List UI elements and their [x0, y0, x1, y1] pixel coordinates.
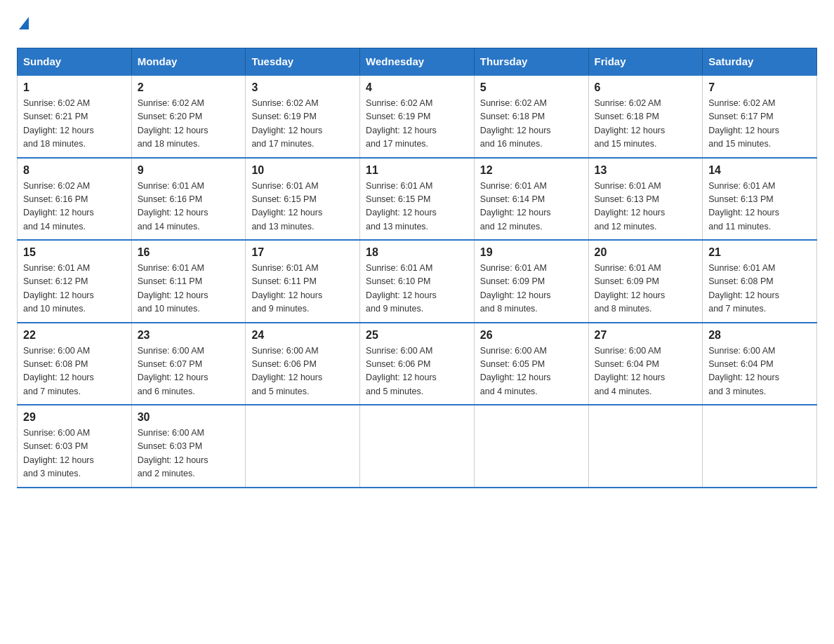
column-header-saturday: Saturday: [703, 48, 817, 76]
day-number: 16: [138, 246, 240, 259]
day-info: Sunrise: 6:01 AMSunset: 6:14 PMDaylight:…: [480, 180, 583, 234]
day-number: 1: [23, 81, 126, 94]
day-number: 20: [595, 246, 697, 259]
calendar-cell: [474, 405, 588, 488]
calendar-cell: 17Sunrise: 6:01 AMSunset: 6:11 PMDayligh…: [246, 240, 360, 323]
calendar-cell: 22Sunrise: 6:00 AMSunset: 6:08 PMDayligh…: [18, 323, 132, 405]
day-info: Sunrise: 6:00 AMSunset: 6:03 PMDaylight:…: [23, 427, 126, 481]
calendar-cell: 18Sunrise: 6:01 AMSunset: 6:10 PMDayligh…: [360, 240, 475, 323]
column-header-friday: Friday: [588, 48, 703, 76]
day-number: 25: [366, 329, 468, 342]
day-number: 9: [138, 164, 240, 177]
calendar-cell: 14Sunrise: 6:01 AMSunset: 6:13 PMDayligh…: [703, 158, 817, 241]
calendar-cell: 15Sunrise: 6:01 AMSunset: 6:12 PMDayligh…: [18, 240, 132, 323]
day-number: 21: [708, 246, 811, 259]
day-info: Sunrise: 6:01 AMSunset: 6:12 PMDaylight:…: [23, 262, 126, 316]
day-number: 23: [138, 329, 240, 342]
calendar-week-row: 29Sunrise: 6:00 AMSunset: 6:03 PMDayligh…: [18, 405, 817, 488]
calendar-cell: 21Sunrise: 6:01 AMSunset: 6:08 PMDayligh…: [703, 240, 817, 323]
day-number: 19: [480, 246, 583, 259]
day-info: Sunrise: 6:01 AMSunset: 6:10 PMDaylight:…: [366, 262, 468, 316]
calendar-cell: 9Sunrise: 6:01 AMSunset: 6:16 PMDaylight…: [131, 158, 246, 241]
column-header-thursday: Thursday: [474, 48, 588, 76]
day-number: 28: [708, 329, 811, 342]
day-info: Sunrise: 6:00 AMSunset: 6:07 PMDaylight:…: [138, 344, 240, 399]
calendar-week-row: 15Sunrise: 6:01 AMSunset: 6:12 PMDayligh…: [18, 240, 817, 323]
calendar-cell: 26Sunrise: 6:00 AMSunset: 6:05 PMDayligh…: [474, 323, 588, 405]
day-info: Sunrise: 6:01 AMSunset: 6:13 PMDaylight:…: [595, 180, 697, 234]
calendar-cell: 12Sunrise: 6:01 AMSunset: 6:14 PMDayligh…: [474, 158, 588, 241]
calendar-cell: [703, 405, 817, 488]
day-info: Sunrise: 6:01 AMSunset: 6:11 PMDaylight:…: [138, 262, 240, 316]
calendar-cell: 19Sunrise: 6:01 AMSunset: 6:09 PMDayligh…: [474, 240, 588, 323]
day-info: Sunrise: 6:00 AMSunset: 6:08 PMDaylight:…: [23, 344, 126, 399]
calendar-table: SundayMondayTuesdayWednesdayThursdayFrid…: [17, 48, 817, 488]
day-info: Sunrise: 6:00 AMSunset: 6:06 PMDaylight:…: [366, 344, 468, 399]
calendar-cell: 30Sunrise: 6:00 AMSunset: 6:03 PMDayligh…: [131, 405, 246, 488]
calendar-week-row: 1Sunrise: 6:02 AMSunset: 6:21 PMDaylight…: [18, 75, 817, 158]
day-info: Sunrise: 6:02 AMSunset: 6:16 PMDaylight:…: [23, 180, 126, 234]
calendar-cell: 20Sunrise: 6:01 AMSunset: 6:09 PMDayligh…: [588, 240, 703, 323]
calendar-cell: 25Sunrise: 6:00 AMSunset: 6:06 PMDayligh…: [360, 323, 475, 405]
day-info: Sunrise: 6:00 AMSunset: 6:05 PMDaylight:…: [480, 344, 583, 399]
day-info: Sunrise: 6:01 AMSunset: 6:13 PMDaylight:…: [708, 180, 811, 234]
calendar-cell: [360, 405, 475, 488]
calendar-cell: 10Sunrise: 6:01 AMSunset: 6:15 PMDayligh…: [246, 158, 360, 241]
calendar-cell: 4Sunrise: 6:02 AMSunset: 6:19 PMDaylight…: [360, 75, 475, 158]
day-info: Sunrise: 6:02 AMSunset: 6:20 PMDaylight:…: [138, 97, 240, 152]
calendar-cell: 23Sunrise: 6:00 AMSunset: 6:07 PMDayligh…: [131, 323, 246, 405]
column-header-wednesday: Wednesday: [360, 48, 475, 76]
day-number: 6: [595, 81, 697, 94]
day-info: Sunrise: 6:02 AMSunset: 6:21 PMDaylight:…: [23, 97, 126, 152]
day-info: Sunrise: 6:01 AMSunset: 6:15 PMDaylight:…: [366, 180, 468, 234]
calendar-cell: 16Sunrise: 6:01 AMSunset: 6:11 PMDayligh…: [131, 240, 246, 323]
column-header-monday: Monday: [131, 48, 246, 76]
day-info: Sunrise: 6:00 AMSunset: 6:03 PMDaylight:…: [138, 427, 240, 481]
day-number: 10: [251, 164, 354, 177]
calendar-cell: [588, 405, 703, 488]
calendar-cell: 3Sunrise: 6:02 AMSunset: 6:19 PMDaylight…: [246, 75, 360, 158]
day-info: Sunrise: 6:00 AMSunset: 6:04 PMDaylight:…: [595, 344, 697, 399]
calendar-cell: 24Sunrise: 6:00 AMSunset: 6:06 PMDayligh…: [246, 323, 360, 405]
day-number: 11: [366, 164, 468, 177]
calendar-cell: 27Sunrise: 6:00 AMSunset: 6:04 PMDayligh…: [588, 323, 703, 405]
day-number: 17: [251, 246, 354, 259]
day-number: 18: [366, 246, 468, 259]
calendar-cell: 6Sunrise: 6:02 AMSunset: 6:18 PMDaylight…: [588, 75, 703, 158]
calendar-cell: 8Sunrise: 6:02 AMSunset: 6:16 PMDaylight…: [18, 158, 132, 241]
day-number: 3: [251, 81, 354, 94]
logo-triangle-icon: [19, 17, 29, 29]
calendar-cell: 7Sunrise: 6:02 AMSunset: 6:17 PMDaylight…: [703, 75, 817, 158]
day-number: 24: [251, 329, 354, 342]
page-header: [17, 17, 817, 34]
calendar-cell: 5Sunrise: 6:02 AMSunset: 6:18 PMDaylight…: [474, 75, 588, 158]
column-header-sunday: Sunday: [18, 48, 132, 76]
calendar-cell: 11Sunrise: 6:01 AMSunset: 6:15 PMDayligh…: [360, 158, 475, 241]
calendar-week-row: 8Sunrise: 6:02 AMSunset: 6:16 PMDaylight…: [18, 158, 817, 241]
calendar-header-row: SundayMondayTuesdayWednesdayThursdayFrid…: [18, 48, 817, 76]
day-info: Sunrise: 6:02 AMSunset: 6:19 PMDaylight:…: [251, 97, 354, 152]
logo: [17, 17, 29, 34]
day-info: Sunrise: 6:01 AMSunset: 6:15 PMDaylight:…: [251, 180, 354, 234]
day-info: Sunrise: 6:01 AMSunset: 6:11 PMDaylight:…: [251, 262, 354, 316]
calendar-cell: [246, 405, 360, 488]
day-info: Sunrise: 6:01 AMSunset: 6:09 PMDaylight:…: [595, 262, 697, 316]
day-number: 8: [23, 164, 126, 177]
day-number: 29: [23, 411, 126, 424]
day-number: 12: [480, 164, 583, 177]
day-number: 13: [595, 164, 697, 177]
day-info: Sunrise: 6:01 AMSunset: 6:08 PMDaylight:…: [708, 262, 811, 316]
day-number: 15: [23, 246, 126, 259]
day-number: 2: [138, 81, 240, 94]
day-number: 22: [23, 329, 126, 342]
day-info: Sunrise: 6:00 AMSunset: 6:06 PMDaylight:…: [251, 344, 354, 399]
day-info: Sunrise: 6:01 AMSunset: 6:09 PMDaylight:…: [480, 262, 583, 316]
calendar-cell: 1Sunrise: 6:02 AMSunset: 6:21 PMDaylight…: [18, 75, 132, 158]
day-number: 27: [595, 329, 697, 342]
day-info: Sunrise: 6:02 AMSunset: 6:18 PMDaylight:…: [480, 97, 583, 152]
day-number: 5: [480, 81, 583, 94]
day-info: Sunrise: 6:01 AMSunset: 6:16 PMDaylight:…: [138, 180, 240, 234]
day-number: 7: [708, 81, 811, 94]
day-info: Sunrise: 6:02 AMSunset: 6:19 PMDaylight:…: [366, 97, 468, 152]
day-info: Sunrise: 6:02 AMSunset: 6:18 PMDaylight:…: [595, 97, 697, 152]
